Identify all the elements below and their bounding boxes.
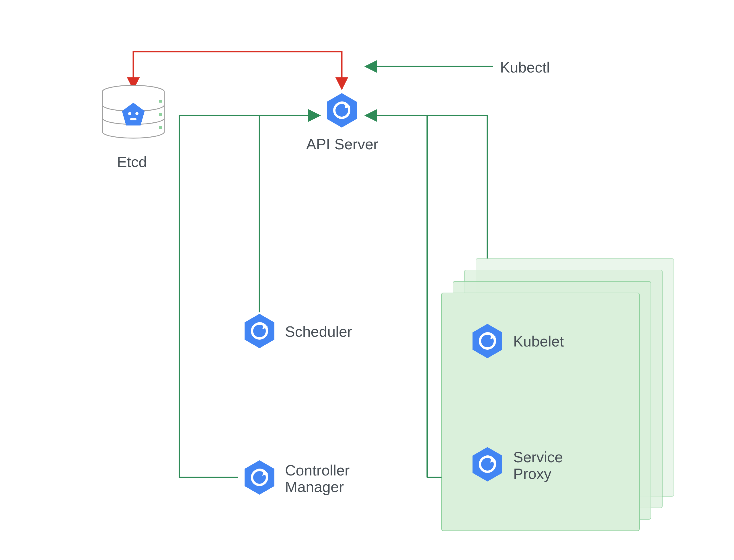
svg-rect-8 — [159, 113, 162, 116]
etcd-label: Etcd — [117, 154, 147, 170]
svg-rect-13 — [130, 118, 136, 120]
svg-rect-5 — [442, 293, 639, 531]
etcd-icon — [102, 85, 164, 138]
api-server-icon — [327, 93, 357, 128]
svg-rect-9 — [159, 126, 162, 129]
edge-api-etcd — [133, 52, 342, 89]
kubectl-label: Kubectl — [500, 59, 550, 76]
svg-rect-7 — [159, 100, 162, 103]
edge-ctrlmgr-api — [179, 115, 320, 477]
svg-point-11 — [128, 112, 131, 115]
kubelet-label: Kubelet — [513, 333, 564, 350]
api-server-label: API Server — [306, 136, 378, 152]
edge-worker-top — [427, 115, 488, 259]
controller-manager-icon — [244, 460, 274, 495]
svg-point-12 — [135, 112, 138, 115]
controller-manager-label: Controller Manager — [285, 462, 349, 495]
scheduler-label: Scheduler — [285, 323, 352, 340]
worker-nodes-stack — [442, 259, 674, 531]
edge-worker-api — [365, 115, 427, 477]
diagram-stage: Etcd API Server Kubectl Scheduler Contro… — [0, 0, 734, 560]
service-proxy-label: Service Proxy — [513, 449, 563, 482]
diagram-svg — [0, 0, 734, 560]
scheduler-icon — [244, 314, 274, 348]
